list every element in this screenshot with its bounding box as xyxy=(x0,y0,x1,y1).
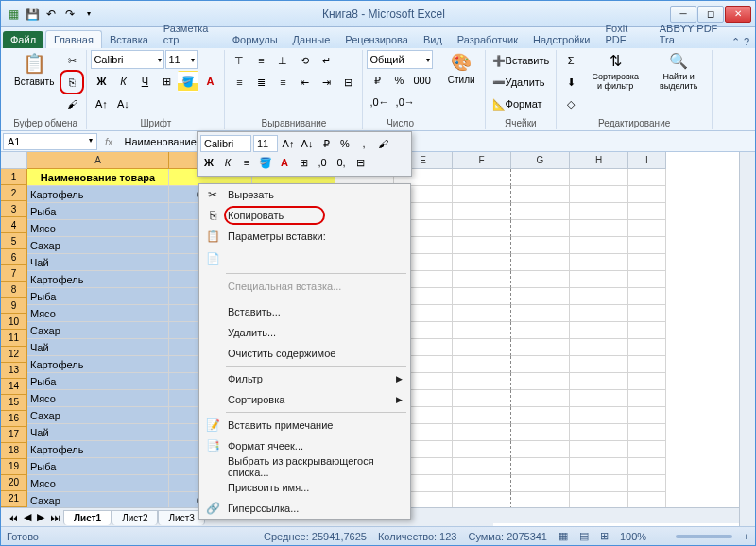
cell[interactable]: Картофель xyxy=(27,356,169,373)
cell[interactable]: Сахар xyxy=(27,407,169,424)
cell[interactable] xyxy=(511,271,570,288)
row-header[interactable]: 5 xyxy=(1,233,27,249)
mini-merge-icon[interactable]: ⊟ xyxy=(352,154,369,171)
row-header[interactable]: 1 xyxy=(1,169,27,185)
currency-icon[interactable]: ₽ xyxy=(367,70,387,91)
cell[interactable] xyxy=(511,288,570,305)
cell[interactable] xyxy=(628,407,666,424)
view-layout-icon[interactable]: ▤ xyxy=(579,530,589,542)
align-right-icon[interactable]: ≡ xyxy=(272,72,293,93)
percent-icon[interactable]: % xyxy=(388,70,409,91)
cell[interactable]: Чай xyxy=(27,424,169,441)
orientation-icon[interactable]: ⟲ xyxy=(294,50,315,71)
cell[interactable]: Мясо xyxy=(27,220,169,237)
mini-font-combo[interactable]: Calibri xyxy=(200,135,251,152)
cell[interactable] xyxy=(570,441,628,458)
col-header-H[interactable]: H xyxy=(570,152,628,169)
col-header-F[interactable]: F xyxy=(453,152,511,169)
cell[interactable] xyxy=(570,339,628,356)
increase-decimal-icon[interactable]: ,0← xyxy=(367,92,391,112)
font-color-button[interactable]: A xyxy=(199,71,220,92)
cell[interactable] xyxy=(570,288,628,305)
mini-percent-icon[interactable]: % xyxy=(336,135,353,152)
zoom-level[interactable]: 100% xyxy=(620,531,646,542)
cell[interactable]: Наименование товара xyxy=(27,169,169,186)
cell[interactable] xyxy=(453,475,511,492)
mini-dec-decimal-icon[interactable]: 0, xyxy=(333,154,350,171)
row-header[interactable]: 18 xyxy=(1,443,27,459)
cell[interactable] xyxy=(570,254,628,271)
cell[interactable] xyxy=(628,203,666,220)
help-icon[interactable]: ? xyxy=(744,36,749,48)
tab-формулы[interactable]: Формулы xyxy=(225,31,285,48)
ctx-удалить-[interactable]: Удалить... xyxy=(199,322,410,343)
zoom-slider[interactable] xyxy=(676,535,732,538)
tab-вид[interactable]: Вид xyxy=(416,31,450,48)
row-header[interactable]: 3 xyxy=(1,201,27,217)
mini-fill-icon[interactable]: 🪣 xyxy=(257,154,274,171)
cell[interactable]: Картофель xyxy=(27,271,169,288)
autosum-icon[interactable]: Σ xyxy=(560,50,581,71)
row-header[interactable]: 10 xyxy=(1,314,27,330)
cell[interactable] xyxy=(511,203,570,220)
bold-button[interactable]: Ж xyxy=(91,71,112,92)
cell[interactable] xyxy=(453,254,511,271)
cell[interactable] xyxy=(511,373,570,390)
view-break-icon[interactable]: ⊞ xyxy=(600,530,609,542)
cell[interactable]: Сахар xyxy=(27,237,169,254)
cell[interactable] xyxy=(570,492,628,507)
cell[interactable] xyxy=(511,424,570,441)
cell[interactable] xyxy=(511,254,570,271)
cell[interactable] xyxy=(511,237,570,254)
cell[interactable] xyxy=(453,305,511,322)
cell[interactable] xyxy=(511,186,570,203)
cell[interactable] xyxy=(570,458,628,475)
row-header[interactable]: 2 xyxy=(1,185,27,201)
delete-cells-button[interactable]: ➖ Удалить xyxy=(490,72,548,93)
row-header[interactable]: 7 xyxy=(1,265,27,282)
cell[interactable] xyxy=(628,475,666,492)
cell[interactable] xyxy=(570,305,628,322)
cell[interactable] xyxy=(453,356,511,373)
cell[interactable] xyxy=(511,322,570,339)
cell[interactable] xyxy=(628,254,666,271)
shrink-font-icon[interactable]: A↓ xyxy=(112,94,133,114)
mini-size-combo[interactable]: 11 xyxy=(253,135,278,152)
ctx-вырезать[interactable]: ✂Вырезать xyxy=(199,184,410,205)
cell[interactable]: Сахар xyxy=(27,322,169,339)
cell[interactable] xyxy=(511,305,570,322)
cell[interactable] xyxy=(453,458,511,475)
paste-button[interactable]: 📋 Вставить xyxy=(9,50,60,89)
tab-разметка стр[interactable]: Разметка стр xyxy=(156,20,225,48)
cell[interactable] xyxy=(628,390,666,407)
row-header[interactable]: 9 xyxy=(1,298,27,314)
cell[interactable] xyxy=(628,288,666,305)
cell[interactable] xyxy=(570,220,628,237)
cell[interactable] xyxy=(453,407,511,424)
decrease-decimal-icon[interactable]: ,0→ xyxy=(393,92,418,112)
cell[interactable]: Мясо xyxy=(27,305,169,322)
sort-filter-button[interactable]: ⇅ Сортировка и фильтр xyxy=(583,50,647,93)
align-left-icon[interactable]: ≡ xyxy=(229,72,249,93)
row-header[interactable]: 6 xyxy=(1,249,27,265)
tab-abbyy pdf tra[interactable]: ABBYY PDF Tra xyxy=(652,20,731,48)
ctx-вставить-примечание[interactable]: 📝Вставить примечание xyxy=(199,415,410,435)
cell[interactable] xyxy=(511,492,570,507)
cell[interactable] xyxy=(570,271,628,288)
increase-indent-icon[interactable]: ⇥ xyxy=(316,72,336,93)
row-header[interactable]: 16 xyxy=(1,411,27,427)
cell[interactable]: Рыба xyxy=(27,288,169,305)
tab-foxit pdf[interactable]: Foxit PDF xyxy=(597,20,651,48)
row-header[interactable]: 19 xyxy=(1,459,27,475)
cell[interactable] xyxy=(453,322,511,339)
cell[interactable] xyxy=(453,220,511,237)
cell[interactable] xyxy=(628,458,666,475)
sheet-tab[interactable]: Лист2 xyxy=(112,510,158,525)
redo-icon[interactable]: ↷ xyxy=(61,6,78,23)
cell[interactable] xyxy=(511,458,570,475)
cell[interactable] xyxy=(570,424,628,441)
row-header[interactable]: 11 xyxy=(1,330,27,346)
cell[interactable] xyxy=(453,339,511,356)
ctx-гиперссылка-[interactable]: 🔗Гиперссылка... xyxy=(199,498,410,519)
wrap-text-icon[interactable]: ↵ xyxy=(316,50,336,71)
